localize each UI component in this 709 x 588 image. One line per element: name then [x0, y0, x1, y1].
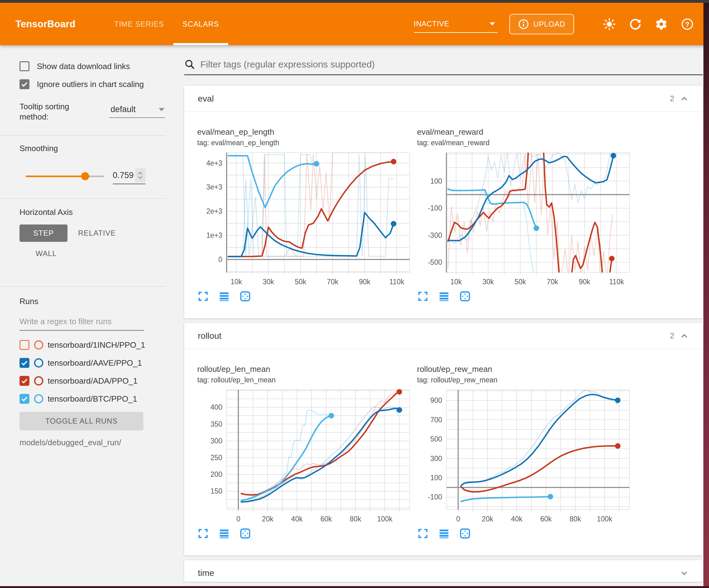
tab-time-series[interactable]: TIME SERIES: [105, 3, 174, 45]
run-checkbox[interactable]: [20, 376, 29, 386]
smoothing-slider-row: 0.759: [20, 168, 165, 184]
run-checkbox[interactable]: [20, 394, 29, 404]
expand-chart-icon[interactable]: [417, 528, 429, 539]
svg-text:30k: 30k: [263, 278, 274, 286]
svg-text:90k: 90k: [359, 278, 371, 286]
run-row-btc[interactable]: tensorboard/BTC/PPO_1: [20, 394, 175, 404]
chevron-down-icon: [679, 568, 689, 578]
fit-domain-icon[interactable]: [459, 290, 471, 302]
runs-selector-icon[interactable]: [218, 528, 230, 539]
status-dropdown[interactable]: INACTIVE: [414, 16, 498, 33]
run-color-swatch: [34, 358, 43, 367]
svg-text:100k: 100k: [597, 515, 612, 523]
line-chart-ep-rew-mean[interactable]: 020k40k60k80k100k-100100300500700900: [417, 387, 634, 527]
window-bottom-edge: [0, 586, 709, 588]
run-color-swatch: [34, 394, 43, 404]
fit-domain-icon[interactable]: [239, 528, 251, 539]
show-download-links-row: Show data download links: [20, 61, 175, 71]
smoothing-value-box: 0.759: [113, 168, 146, 184]
chart-toolbar: [417, 528, 634, 556]
sidebar-divider: [0, 286, 166, 287]
section-collapse-control[interactable]: 2: [670, 94, 689, 104]
svg-text:3e+3: 3e+3: [206, 183, 222, 191]
run-checkbox[interactable]: [20, 340, 29, 350]
runs-filter-input[interactable]: Write a regex to filter runs: [20, 317, 144, 331]
line-chart-mean-reward[interactable]: 10k30k50k70k90k110k100-100-300-500: [417, 150, 634, 289]
line-chart-mean-ep-length[interactable]: 10k30k50k70k90k110k01e+32e+33e+34e+3: [197, 150, 414, 289]
brightness-toggle-button[interactable]: [603, 17, 616, 31]
svg-text:70k: 70k: [547, 278, 558, 286]
section-header-eval[interactable]: eval 2: [184, 86, 703, 112]
scalars-dashboard: Filter tags (regular expressions support…: [184, 45, 703, 586]
expand-chart-icon[interactable]: [417, 290, 429, 302]
axis-relative-label: RELATIVE: [78, 229, 116, 237]
ignore-outliers-label: Ignore outliers in chart scaling: [37, 80, 144, 89]
svg-text:1e+3: 1e+3: [206, 231, 222, 239]
rollout-charts-row: rollout/ep_len_mean tag: rollout/ep_len_…: [184, 349, 703, 556]
svg-text:350: 350: [211, 420, 222, 428]
section-collapse-control[interactable]: 2: [670, 331, 689, 341]
gear-icon: [655, 18, 668, 31]
svg-text:100: 100: [430, 177, 442, 185]
svg-text:110k: 110k: [389, 278, 404, 286]
sidebar-divider: [0, 135, 166, 136]
axis-wall-button[interactable]: WALL: [35, 249, 57, 258]
tag-filter-input[interactable]: Filter tags (regular expressions support…: [200, 59, 375, 70]
svg-text:500: 500: [430, 435, 442, 443]
svg-text:900: 900: [430, 397, 442, 404]
run-row-1inch[interactable]: tensorboard/1INCH/PPO_1: [20, 340, 175, 350]
smoothing-slider-thumb[interactable]: [81, 172, 89, 180]
svg-text:20k: 20k: [262, 515, 274, 523]
tooltip-sorting-label: Tooltip sorting method:: [20, 102, 86, 122]
section-header-time[interactable]: time: [184, 560, 703, 586]
section-header-rollout[interactable]: rollout 2: [184, 323, 703, 349]
eval-charts-row: eval/mean_ep_length tag: eval/mean_ep_le…: [184, 112, 703, 318]
upload-button[interactable]: UPLOAD: [509, 14, 574, 34]
tooltip-sorting-select[interactable]: default: [109, 103, 165, 118]
svg-text:250: 250: [211, 454, 222, 462]
axis-relative-button[interactable]: RELATIVE: [78, 229, 116, 237]
svg-text:4e+3: 4e+3: [206, 159, 222, 167]
chart-tag: tag: rollout/ep_len_mean: [197, 376, 414, 384]
brightness-icon: [603, 18, 616, 31]
run-row-aave[interactable]: tensorboard/AAVE/PPO_1: [20, 358, 175, 368]
section-title: rollout: [198, 331, 221, 341]
runs-selector-icon[interactable]: [438, 290, 450, 302]
svg-text:200: 200: [211, 470, 222, 478]
run-checkbox[interactable]: [20, 358, 29, 368]
runs-selector-icon[interactable]: [218, 290, 230, 302]
toggle-all-runs-button[interactable]: TOGGLE ALL RUNS: [20, 412, 143, 430]
svg-text:300: 300: [430, 455, 442, 463]
settings-button[interactable]: [655, 17, 668, 31]
smoothing-stepper[interactable]: [135, 168, 146, 182]
chart-block-mean-ep-length: eval/mean_ep_length tag: eval/mean_ep_le…: [197, 127, 414, 318]
svg-text:40k: 40k: [511, 515, 523, 523]
axis-wall-row: WALL: [20, 249, 175, 258]
help-button[interactable]: ?: [681, 17, 694, 31]
refresh-button[interactable]: [629, 17, 642, 31]
tab-scalars[interactable]: SCALARS: [174, 3, 229, 45]
show-download-links-checkbox[interactable]: [20, 61, 29, 71]
ignore-outliers-checkbox[interactable]: [20, 79, 29, 89]
status-dropdown-value: INACTIVE: [414, 20, 450, 28]
expand-chart-icon[interactable]: [197, 290, 209, 302]
axis-step-button[interactable]: STEP: [20, 225, 68, 242]
run-label: tensorboard/AAVE/PPO_1: [48, 358, 142, 368]
svg-text:400: 400: [211, 403, 222, 411]
section-title: time: [198, 568, 214, 578]
stepper-down-icon: [138, 176, 143, 179]
tab-time-series-label: TIME SERIES: [114, 20, 164, 28]
help-icon: ?: [681, 18, 694, 31]
fit-domain-icon[interactable]: [239, 290, 251, 302]
svg-text:10k: 10k: [231, 278, 242, 286]
svg-text:80k: 80k: [570, 515, 581, 523]
horizontal-axis-buttons: STEP RELATIVE: [20, 225, 175, 242]
section-collapse-control[interactable]: [679, 568, 689, 578]
fit-domain-icon[interactable]: [459, 528, 471, 539]
line-chart-ep-len-mean[interactable]: 020k40k60k80k100k150200250300350400: [197, 387, 414, 527]
runs-selector-icon[interactable]: [438, 528, 450, 539]
tooltip-sorting-value: default: [110, 105, 136, 114]
smoothing-slider[interactable]: [26, 176, 104, 177]
expand-chart-icon[interactable]: [197, 528, 209, 539]
run-row-ada[interactable]: tensorboard/ADA/PPO_1: [20, 376, 175, 386]
